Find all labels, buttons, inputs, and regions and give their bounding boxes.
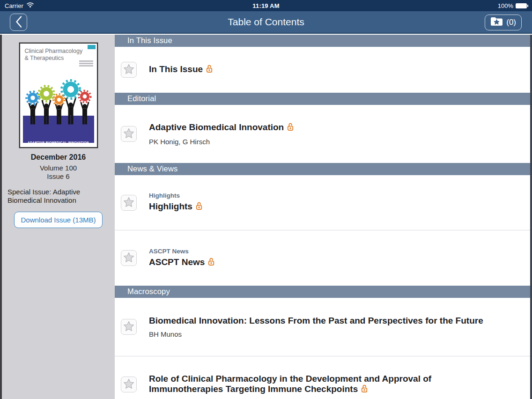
open-access-lock-icon: [196, 201, 202, 213]
special-issue-label: Special Issue: Adaptive Biomedical Innov…: [7, 188, 109, 205]
scroll-edge[interactable]: [530, 35, 532, 399]
favorites-count: (0): [506, 18, 516, 27]
issue-sidebar: Clinical Pharmacology & Therapeutics: [0, 35, 115, 399]
issue-date: December 2016: [2, 153, 115, 162]
article-title: In This Issue: [149, 64, 203, 74]
article-category-label: Highlights: [149, 192, 202, 199]
article-row[interactable]: ASCPT News ASCPT News: [115, 230, 532, 286]
article-title: Biomedical Innovation: Lessons From the …: [149, 316, 483, 325]
section-header-news-views: News & Views: [115, 163, 532, 175]
cover-gears-art: [20, 70, 97, 138]
star-icon: [123, 64, 134, 76]
article-title: Role of Clinical Pharmacology in the Dev…: [149, 374, 431, 394]
article-authors: BH Munos: [149, 330, 483, 338]
page-title: Table of Contents: [0, 11, 532, 33]
toc-list[interactable]: In This Issue In This Issue Editorial: [115, 35, 532, 399]
article-title: ASCPT News: [149, 257, 205, 267]
article-row[interactable]: Adaptive Biomedical Innovation PK Honig,…: [115, 105, 532, 163]
journal-cover: Clinical Pharmacology & Therapeutics: [19, 43, 98, 148]
article-row[interactable]: Role of Clinical Pharmacology in the Dev…: [115, 356, 532, 399]
battery-percent: 100%: [498, 2, 513, 9]
section-header-editorial: Editorial: [115, 93, 532, 105]
star-icon: [123, 197, 134, 209]
carrier-label: Carrier: [5, 2, 23, 9]
article-title: Adaptive Biomedical Innovation: [149, 122, 284, 132]
favorite-star-button[interactable]: [121, 195, 137, 211]
status-right: 100%: [498, 2, 528, 9]
article-row[interactable]: Highlights Highlights: [115, 175, 532, 230]
favorite-star-button[interactable]: [121, 62, 137, 78]
status-left: Carrier: [5, 2, 34, 9]
clock: 11:19 AM: [0, 2, 532, 9]
download-issue-button[interactable]: Download Issue (13MB): [14, 212, 102, 228]
app-screen: Carrier 11:19 AM 100% Table of Contents: [0, 0, 532, 399]
section-header-macroscopy: Macroscopy: [115, 286, 532, 298]
open-access-lock-icon: [361, 384, 368, 395]
star-icon: [123, 252, 134, 264]
issue-volume: Volume 100: [2, 164, 115, 172]
favorite-star-button[interactable]: [121, 377, 137, 392]
favorites-button[interactable]: (0): [485, 15, 522, 30]
favorite-star-button[interactable]: [121, 319, 137, 335]
open-access-lock-icon: [287, 122, 294, 133]
chevron-left-icon: [15, 15, 22, 30]
back-button[interactable]: [10, 14, 27, 31]
issue-number: Issue 6: [2, 172, 115, 181]
status-bar: Carrier 11:19 AM 100%: [0, 0, 532, 11]
article-title: Highlights: [149, 201, 192, 211]
nav-bar: Table of Contents (0): [0, 11, 532, 34]
article-row[interactable]: Biomedical Innovation: Lessons From the …: [115, 298, 532, 356]
journal-cover-title: Clinical Pharmacology & Therapeutics: [20, 44, 97, 62]
wifi-icon: [26, 2, 34, 9]
star-icon: [123, 378, 134, 391]
folder-star-icon: [490, 16, 503, 29]
article-row[interactable]: In This Issue: [115, 47, 532, 93]
cover-society-lines: [79, 60, 93, 67]
open-access-lock-icon: [206, 64, 213, 75]
cover-corner-tab: [88, 45, 96, 49]
star-icon: [123, 128, 134, 140]
favorite-star-button[interactable]: [121, 126, 137, 142]
article-authors: PK Honig, G Hirsch: [149, 138, 294, 146]
cover-banner-text: ADAPTIVE BIOMEDICAL INNOVATION: [20, 141, 97, 144]
article-category-label: ASCPT News: [149, 248, 214, 255]
star-icon: [123, 321, 134, 333]
section-header-in-this-issue: In This Issue: [115, 35, 532, 47]
open-access-lock-icon: [208, 257, 214, 268]
favorite-star-button[interactable]: [121, 250, 137, 266]
battery-icon: [516, 3, 528, 8]
